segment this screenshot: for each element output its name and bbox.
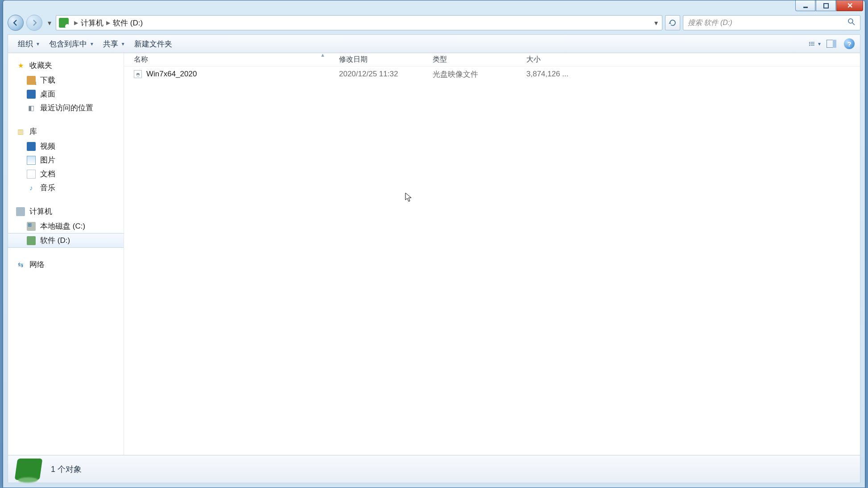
status-text: 1 个对象 — [51, 464, 82, 475]
include-label: 包含到库中 — [49, 39, 87, 49]
title-bar: ✕ — [3, 0, 865, 14]
newfolder-label: 新建文件夹 — [134, 39, 172, 49]
library-icon: ▥ — [16, 127, 25, 136]
view-mode-button[interactable]: ▼ — [809, 38, 822, 50]
video-icon — [27, 142, 36, 151]
sidebar-local-disk-c[interactable]: 本地磁盘 (C:) — [8, 219, 124, 233]
address-bar[interactable]: ▶ 计算机 ▶ 软件 (D:) ▾ — [56, 15, 662, 30]
network-icon: ⇆ — [16, 260, 25, 269]
explorer-window: ✕ ▾ ▶ 计算机 ▶ 软件 (D:) ▾ 搜索 软件 (D:) — [3, 0, 865, 488]
breadcrumb-drive[interactable]: 软件 (D:) — [113, 18, 143, 28]
chevron-right-icon: ▶ — [71, 20, 81, 26]
column-label: 大小 — [526, 55, 541, 63]
sidebar-computer[interactable]: 计算机 — [8, 204, 124, 219]
drive-icon — [59, 18, 69, 28]
sidebar-music[interactable]: ♪音乐 — [8, 181, 124, 195]
iso-file-icon: ◓ — [134, 70, 142, 78]
close-button[interactable]: ✕ — [836, 0, 863, 11]
new-folder-button[interactable]: 新建文件夹 — [130, 36, 177, 52]
sidebar-label: 计算机 — [29, 206, 52, 217]
file-row[interactable]: ◓ Win7x64_2020 2020/12/25 11:32 光盘映像文件 3… — [124, 67, 860, 82]
column-type[interactable]: 类型 — [423, 55, 517, 64]
sidebar-label: 本地磁盘 (C:) — [40, 221, 85, 231]
organize-label: 组织 — [18, 39, 33, 49]
column-headers: 名称 修改日期 类型 大小 — [124, 53, 860, 67]
sidebar-videos[interactable]: 视频 — [8, 139, 124, 153]
forward-button[interactable] — [26, 15, 42, 31]
toolbar: 组织▼ 包含到库中▼ 共享▼ 新建文件夹 ▼ ? — [8, 34, 860, 53]
sidebar-label: 视频 — [40, 141, 55, 151]
breadcrumb-computer[interactable]: 计算机 — [81, 18, 103, 28]
status-bar: 1 个对象 — [8, 455, 860, 483]
music-icon: ♪ — [27, 184, 36, 192]
navigation-row: ▾ ▶ 计算机 ▶ 软件 (D:) ▾ 搜索 软件 (D:) — [8, 14, 860, 32]
svg-rect-0 — [803, 7, 808, 8]
sidebar-libraries[interactable]: ▥库 — [8, 124, 124, 139]
cursor-icon — [405, 192, 413, 202]
preview-pane-button[interactable] — [825, 38, 838, 50]
sidebar-label: 软件 (D:) — [40, 235, 70, 246]
include-menu[interactable]: 包含到库中▼ — [45, 36, 99, 52]
svg-point-2 — [848, 19, 853, 23]
sidebar-label: 收藏夹 — [29, 60, 52, 71]
sidebar-documents[interactable]: 文档 — [8, 167, 124, 181]
file-type: 光盘映像文件 — [423, 69, 517, 79]
svg-rect-1 — [824, 4, 828, 8]
picture-icon — [27, 156, 36, 165]
sidebar-favorites[interactable]: ★收藏夹 — [8, 58, 124, 73]
history-dropdown[interactable]: ▾ — [45, 14, 53, 32]
share-menu[interactable]: 共享▼ — [99, 36, 130, 52]
file-list[interactable]: ▲ 名称 修改日期 类型 大小 ◓ Win7x64_2020 2020/12/2… — [124, 53, 860, 455]
sidebar-downloads[interactable]: 下载 — [8, 73, 124, 87]
search-placeholder: 搜索 软件 (D:) — [688, 18, 732, 28]
maximize-button[interactable] — [816, 0, 836, 11]
file-name: Win7x64_2020 — [146, 70, 197, 79]
drive-large-icon — [15, 459, 43, 480]
sidebar-label: 桌面 — [40, 89, 55, 99]
column-label: 修改日期 — [339, 55, 368, 63]
file-date: 2020/12/25 11:32 — [329, 70, 423, 79]
sidebar-recent[interactable]: ◧最近访问的位置 — [8, 101, 124, 115]
recent-icon: ◧ — [27, 104, 36, 113]
address-dropdown[interactable]: ▾ — [649, 16, 662, 30]
sidebar-pictures[interactable]: 图片 — [8, 153, 124, 167]
sidebar-network[interactable]: ⇆网络 — [8, 257, 124, 272]
svg-rect-8 — [809, 45, 810, 46]
column-label: 名称 — [134, 55, 148, 63]
column-label: 类型 — [433, 55, 447, 63]
organize-menu[interactable]: 组织▼ — [13, 36, 45, 52]
svg-rect-5 — [810, 42, 814, 42]
chevron-down-icon: ▼ — [36, 42, 40, 46]
sidebar-desktop[interactable]: 桌面 — [8, 87, 124, 101]
help-button[interactable]: ? — [844, 38, 855, 49]
minimize-button[interactable] — [795, 0, 815, 11]
body-area: ★收藏夹 下载 桌面 ◧最近访问的位置 ▥库 视频 图片 文档 ♪音乐 计算机 … — [8, 53, 860, 455]
refresh-button[interactable] — [665, 15, 680, 30]
chevron-right-icon: ▶ — [103, 20, 113, 26]
computer-icon — [16, 207, 25, 216]
search-input[interactable]: 搜索 软件 (D:) — [683, 15, 860, 30]
column-size[interactable]: 大小 — [517, 55, 579, 64]
drive-icon — [27, 236, 36, 245]
chevron-down-icon: ▼ — [817, 42, 822, 46]
column-date[interactable]: 修改日期 — [329, 55, 423, 64]
sidebar-label: 下载 — [40, 75, 55, 85]
svg-line-3 — [852, 23, 855, 25]
sidebar-label: 音乐 — [40, 183, 55, 193]
column-name[interactable]: 名称 — [124, 55, 329, 64]
sidebar-software-d[interactable]: 软件 (D:) — [8, 233, 124, 248]
svg-rect-4 — [809, 42, 810, 43]
back-button[interactable] — [8, 15, 24, 31]
download-icon — [27, 76, 36, 85]
search-icon — [847, 18, 856, 28]
svg-rect-11 — [833, 40, 836, 48]
sidebar-label: 网络 — [29, 259, 45, 270]
sidebar-label: 文档 — [40, 169, 55, 179]
document-icon — [27, 170, 36, 179]
svg-rect-7 — [810, 43, 814, 44]
share-label: 共享 — [103, 39, 118, 49]
navigation-pane: ★收藏夹 下载 桌面 ◧最近访问的位置 ▥库 视频 图片 文档 ♪音乐 计算机 … — [8, 53, 124, 455]
desktop-icon — [27, 90, 36, 99]
chevron-down-icon: ▼ — [121, 42, 125, 46]
sidebar-label: 库 — [29, 126, 37, 137]
